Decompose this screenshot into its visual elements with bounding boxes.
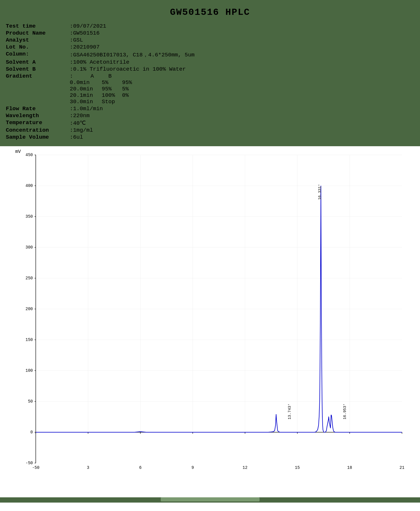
test-time-row: Test time :09/07/2021 bbox=[6, 23, 414, 29]
wavelength-value: :220nm bbox=[70, 112, 90, 119]
analyst-label: Analyst bbox=[6, 37, 70, 43]
gradient-data-row: 30.0minStop bbox=[70, 99, 132, 105]
gradient-data-row: 20.0min95%5% bbox=[70, 86, 132, 92]
chart-svg: -50 0 50 100 150 200 250 300 350 bbox=[18, 149, 414, 483]
analyst-row: Analyst :GSL bbox=[6, 37, 414, 43]
gradient-col-b-header: B bbox=[108, 73, 112, 79]
flow-rate-label: Flow Rate bbox=[6, 106, 70, 112]
chart-container: mV -50 0 50 bbox=[18, 149, 414, 483]
gradient-data-row: 0.0min5%95% bbox=[70, 79, 132, 86]
wavelength-row: Wavelength :220nm bbox=[6, 112, 414, 119]
column-value: :GSA46250BI017013, C18，4.6*250mm, 5um bbox=[70, 51, 194, 58]
test-time-value: :09/07/2021 bbox=[70, 23, 106, 29]
svg-text:18: 18 bbox=[347, 465, 352, 470]
svg-text:350: 350 bbox=[25, 214, 33, 219]
peak-label-16331: 16.331' bbox=[318, 184, 322, 200]
svg-text:450: 450 bbox=[25, 153, 33, 157]
svg-text:-50: -50 bbox=[32, 465, 39, 470]
column-label: Column: bbox=[6, 51, 70, 57]
flow-rate-value: :1.0ml/min bbox=[70, 106, 103, 112]
solvent-b-row: Solvent B :0.1% Trifluoroacetic in 100% … bbox=[6, 66, 414, 72]
concentration-value: :1mg/ml bbox=[70, 127, 93, 133]
svg-text:15: 15 bbox=[295, 465, 300, 470]
svg-text:0: 0 bbox=[30, 430, 33, 435]
solvent-a-value: :100% Acetonitrile bbox=[70, 59, 129, 65]
solvent-b-label: Solvent B bbox=[6, 66, 70, 72]
svg-text:200: 200 bbox=[25, 307, 33, 311]
solvent-a-label: Solvent A bbox=[6, 59, 70, 65]
gradient-col-a-header: A bbox=[90, 73, 94, 79]
gradient-rows-container: 0.0min5%95%20.0min95%5%20.1min100%0%30.0… bbox=[70, 79, 132, 105]
test-time-label: Test time bbox=[6, 23, 70, 29]
page-title: GW501516 HPLC bbox=[170, 7, 250, 18]
lot-no-value: :20210907 bbox=[70, 44, 100, 50]
solvent-b-value: :0.1% Trifluoroacetic in 100% Water bbox=[70, 66, 186, 72]
svg-text:100: 100 bbox=[25, 368, 33, 373]
lot-no-label: Lot No. bbox=[6, 44, 70, 50]
temperature-value: :40℃ bbox=[70, 119, 86, 126]
solvent-a-row: Solvent A :100% Acetonitrile bbox=[6, 59, 414, 65]
svg-text:250: 250 bbox=[25, 276, 33, 280]
bottom-bar bbox=[0, 497, 420, 503]
concentration-row: Concentration :1mg/ml bbox=[6, 127, 414, 133]
temperature-label: Temperature bbox=[6, 119, 70, 126]
peak-label-13743: 13.743' bbox=[287, 403, 292, 419]
gradient-label: Gradient bbox=[6, 73, 70, 79]
product-name-row: Product Name :GW501516 bbox=[6, 30, 414, 36]
sample-volume-row: Sample Volume :6ul bbox=[6, 134, 414, 140]
sample-volume-label: Sample Volume bbox=[6, 134, 70, 140]
svg-text:21: 21 bbox=[399, 465, 404, 470]
product-name-value: :GW501516 bbox=[70, 30, 100, 36]
svg-text:400: 400 bbox=[25, 183, 33, 188]
concentration-label: Concentration bbox=[6, 127, 70, 133]
svg-text:50: 50 bbox=[28, 399, 33, 404]
peak-label-16953: 16.953' bbox=[343, 403, 347, 419]
svg-text:12: 12 bbox=[242, 465, 247, 470]
sample-volume-value: :6ul bbox=[70, 134, 83, 140]
gradient-detail: : A B 0.0min5%95%20.0min95%5%20.1min100%… bbox=[70, 73, 132, 105]
svg-text:3: 3 bbox=[87, 465, 89, 470]
page-title-container: GW501516 HPLC bbox=[6, 3, 414, 23]
svg-text:9: 9 bbox=[191, 465, 194, 470]
analyst-value: :GSL bbox=[70, 37, 83, 43]
flow-rate-row: Flow Rate :1.0ml/min bbox=[6, 106, 414, 112]
svg-text:-50: -50 bbox=[25, 461, 33, 465]
column-row: Column: :GSA46250BI017013, C18，4.6*250mm… bbox=[6, 51, 414, 58]
scroll-indicator[interactable] bbox=[161, 497, 260, 501]
lot-no-row: Lot No. :20210907 bbox=[6, 44, 414, 50]
gradient-colon: : bbox=[70, 73, 73, 79]
header-section: GW501516 HPLC Test time :09/07/2021 Prod… bbox=[0, 0, 420, 146]
wavelength-label: Wavelength bbox=[6, 112, 70, 119]
gradient-row: Gradient : A B 0.0min5%95%20.0min95%5%20… bbox=[6, 73, 414, 105]
product-name-label: Product Name bbox=[6, 30, 70, 36]
svg-text:300: 300 bbox=[25, 245, 33, 250]
svg-text:150: 150 bbox=[25, 337, 33, 342]
svg-text:6: 6 bbox=[139, 465, 141, 470]
temperature-row: Temperature :40℃ bbox=[6, 119, 414, 126]
chart-section: mV -50 0 50 bbox=[0, 146, 420, 495]
gradient-data-row: 20.1min100%0% bbox=[70, 92, 132, 99]
